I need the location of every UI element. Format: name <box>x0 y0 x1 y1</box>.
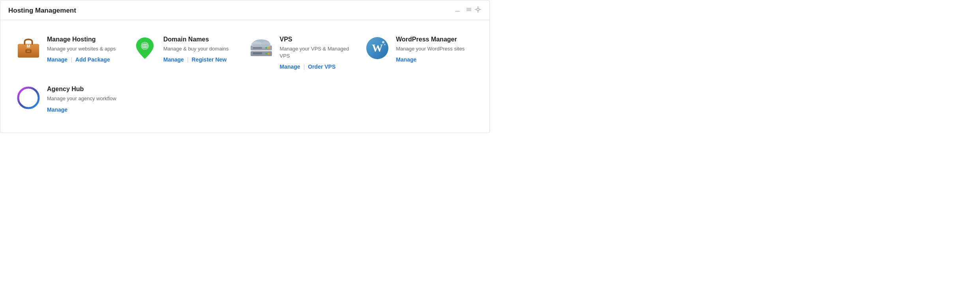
manage-hosting-icon: M <box>16 36 41 60</box>
wordpress-desc: Manage your WordPress sites <box>396 45 465 52</box>
widget-title: Hosting Management <box>8 7 76 15</box>
vps-order-link[interactable]: Order VPS <box>308 64 335 70</box>
manage-hosting-content: Manage Hosting Manage your websites & ap… <box>47 36 116 63</box>
svg-point-24 <box>268 47 270 49</box>
manage-hosting-title: Manage Hosting <box>47 36 116 43</box>
svg-rect-23 <box>253 44 269 47</box>
svg-rect-11 <box>27 50 30 52</box>
wordpress-content: WordPress Manager Manage your WordPress … <box>396 36 465 63</box>
vps-icon <box>249 36 274 60</box>
minimize-button[interactable]: – <box>455 7 460 15</box>
agency-hub-content: Agency Hub Manage your agency workflow M… <box>47 86 116 112</box>
card-domain-names: Domain Names Manage & buy your domains M… <box>129 32 245 78</box>
card-agency-hub: Agency Hub Manage your agency workflow M… <box>12 82 129 120</box>
agency-manage-link[interactable]: Manage <box>47 107 67 113</box>
agency-hub-circle-icon <box>17 86 40 109</box>
agency-hub-links: Manage <box>47 107 116 113</box>
move-button[interactable] <box>465 6 482 15</box>
manage-hosting-links: Manage | Add Package <box>47 56 116 63</box>
vps-desc: Manage your VPS & Managed VPS <box>280 45 354 60</box>
agency-hub-desc: Manage your agency workflow <box>47 95 116 102</box>
svg-text:M: M <box>27 44 30 49</box>
briefcase-icon: M <box>17 38 40 58</box>
svg-point-32 <box>382 41 384 43</box>
cards-grid-row1: M Manage Hosting Manage your websites & … <box>12 32 478 78</box>
wp-manage-link[interactable]: Manage <box>396 56 416 63</box>
domain-names-icon <box>133 36 157 60</box>
link-separator: | <box>71 56 72 63</box>
link-separator-3: | <box>304 64 305 70</box>
svg-rect-28 <box>253 47 262 49</box>
wordpress-title: WordPress Manager <box>396 36 465 43</box>
domain-names-desc: Manage & buy your domains <box>163 45 229 52</box>
svg-point-34 <box>18 88 39 108</box>
manage-hosting-manage-link[interactable]: Manage <box>47 56 67 63</box>
domain-manage-link[interactable]: Manage <box>163 56 184 63</box>
vps-manage-link[interactable]: Manage <box>280 64 300 70</box>
svg-text:W: W <box>372 42 383 54</box>
cards-grid-row2: Agency Hub Manage your agency workflow M… <box>12 82 478 120</box>
manage-hosting-desc: Manage your websites & apps <box>47 45 116 52</box>
svg-rect-29 <box>253 52 262 54</box>
widget-body: M Manage Hosting Manage your websites & … <box>0 20 489 133</box>
svg-point-33 <box>384 44 386 45</box>
hosting-management-widget: Hosting Management – <box>0 0 490 133</box>
vps-title: VPS <box>280 36 354 43</box>
wordpress-icon: W <box>365 36 390 60</box>
domain-names-content: Domain Names Manage & buy your domains M… <box>163 36 229 63</box>
move-icon <box>465 6 472 13</box>
svg-point-26 <box>268 53 270 55</box>
wordpress-logo-icon: W <box>366 37 389 60</box>
card-manage-hosting: M Manage Hosting Manage your websites & … <box>12 32 129 78</box>
domain-names-title: Domain Names <box>163 36 229 43</box>
manage-hosting-add-package-link[interactable]: Add Package <box>75 56 110 63</box>
svg-point-25 <box>265 47 267 49</box>
card-vps: VPS Manage your VPS & Managed VPS Manage… <box>245 32 362 78</box>
vps-content: VPS Manage your VPS & Managed VPS Manage… <box>280 36 354 70</box>
crosshair-icon <box>474 6 482 13</box>
agency-hub-icon <box>16 86 41 110</box>
card-wordpress-manager: W WordPress Manager Manage your WordPres… <box>361 32 478 78</box>
widget-header: Hosting Management – <box>0 0 489 20</box>
svg-point-27 <box>265 53 267 55</box>
svg-point-3 <box>477 8 479 11</box>
wordpress-links: Manage <box>396 56 465 63</box>
link-separator-2: | <box>187 56 189 63</box>
widget-controls: – <box>455 6 482 15</box>
vps-links: Manage | Order VPS <box>280 64 354 70</box>
server-icon <box>249 38 274 58</box>
domain-names-links: Manage | Register New <box>163 56 229 63</box>
location-pin-icon <box>135 37 155 60</box>
domain-register-new-link[interactable]: Register New <box>192 56 227 63</box>
agency-hub-title: Agency Hub <box>47 86 116 93</box>
